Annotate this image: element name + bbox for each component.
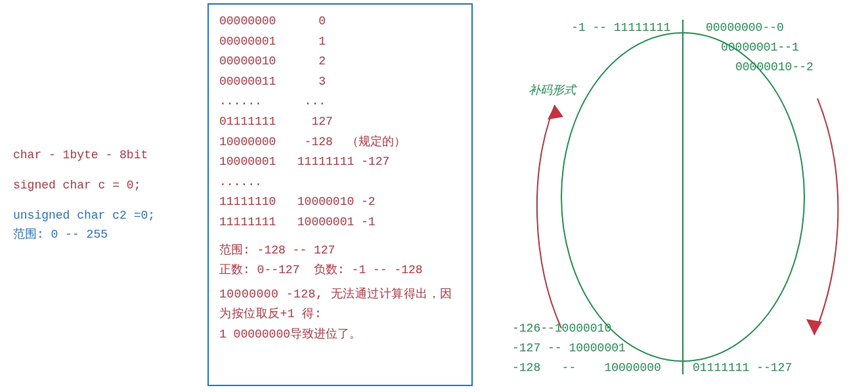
spacer <box>13 196 197 205</box>
table-row: 10000001 11111111 -127 <box>219 152 461 172</box>
table-row: ...... ... <box>219 91 461 112</box>
table-row: 11111110 10000010 -2 <box>219 192 461 212</box>
range-line: 范围: -128 -- 127 <box>219 240 461 261</box>
label-127: 01111111 --127 <box>693 361 792 374</box>
explain-line: 1 00000000导致进位了。 <box>219 324 461 345</box>
char-info: char - 1byte - 8bit <box>13 148 197 162</box>
explain-line: 正数: 0--127 负数: -1 -- -128 <box>219 260 461 280</box>
table-row: 01111111 127 <box>219 112 461 132</box>
signed-decl: signed char c = 0; <box>13 179 197 192</box>
complement-table-box: 00000000 0 00000001 1 00000010 2 0000001… <box>207 3 473 386</box>
label-neg128: -128 -- 10000000 <box>512 361 661 374</box>
label-neg127: -127 -- 10000001 <box>512 341 626 355</box>
table-row: 10000000 -128 （规定的） <box>219 132 461 152</box>
explain-line: 10000000 -128, 无法通过计算得出，因为按位取反+1 得: <box>219 284 461 324</box>
label-neg126: -126--10000010 <box>512 322 611 335</box>
table-row: ...... <box>219 172 461 192</box>
svg-point-0 <box>561 33 804 361</box>
spacer <box>219 232 461 240</box>
label-1: 00000001--1 <box>721 41 799 54</box>
diagram-title: 补码形式 <box>529 82 576 98</box>
unsigned-range: 范围: 0 -- 255 <box>13 226 197 242</box>
table-row: 00000000 0 <box>219 11 461 32</box>
svg-marker-2 <box>548 105 563 120</box>
table-row: 00000001 1 <box>219 32 461 52</box>
spacer <box>13 165 197 175</box>
svg-marker-3 <box>806 319 822 335</box>
left-panel: char - 1byte - 8bit signed char c = 0; u… <box>13 144 197 246</box>
table-row: 00000011 3 <box>219 72 461 92</box>
label-2: 00000010--2 <box>735 60 814 74</box>
complement-circle-diagram: 补码形式 -1 -- 11111111 00000000--0 00000001… <box>492 0 867 392</box>
table-row: 00000010 2 <box>219 51 461 72</box>
unsigned-decl: unsigned char c2 =0; <box>13 209 197 222</box>
table-row: 11111111 10000001 -1 <box>219 212 461 232</box>
label-0: 00000000--0 <box>706 21 784 34</box>
label-neg1: -1 -- 11111111 <box>571 21 670 34</box>
